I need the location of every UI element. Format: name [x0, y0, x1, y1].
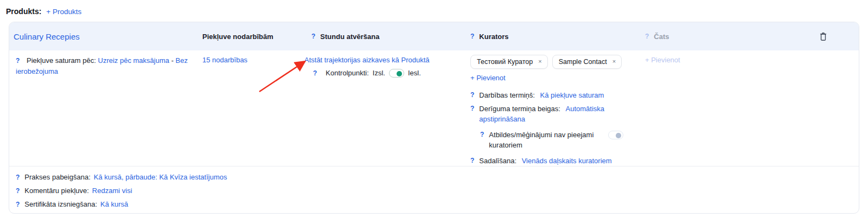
- lessons-count-link[interactable]: 15 nodarbības: [202, 56, 247, 64]
- setting-label: Atbildes/mēģinājumi nav pieejami kurator…: [489, 130, 607, 150]
- footer-label: Komentāru piekļuve:: [24, 185, 89, 196]
- column-label: Kurators: [479, 33, 508, 41]
- help-icon[interactable]: ?: [311, 33, 315, 40]
- add-product-button[interactable]: + Produkts: [46, 8, 81, 16]
- checkpoints-toggle[interactable]: [389, 69, 404, 78]
- footer-value-link[interactable]: Kā kursā, pārbaude: Kā Kvīza iestatījumo…: [94, 172, 227, 183]
- chat-cell: + Pievienot: [641, 55, 787, 66]
- card-header: Culinary Recepies Piekļuve nodarbībām ? …: [9, 22, 859, 50]
- page-header: Produkts: + Produkts: [6, 7, 81, 16]
- footer-value-link[interactable]: Redzami visi: [92, 185, 132, 196]
- column-label: Piekļuve nodarbībām: [202, 33, 273, 41]
- setting-label: Derīguma termiņa beigas:: [479, 105, 560, 113]
- curator-tag-label: Sample Contact: [559, 56, 607, 67]
- help-icon[interactable]: ?: [470, 104, 474, 114]
- setting-value-link[interactable]: Vienāds daļskaits kuratoriem: [522, 157, 612, 165]
- toggle-knob: [397, 71, 402, 76]
- curator-tags: Тестовий Куратор × Sample Contact ×: [470, 55, 641, 69]
- help-icon[interactable]: ?: [16, 199, 20, 210]
- column-label: Stundu atvēršana: [320, 33, 379, 41]
- toggle-knob: [616, 133, 621, 138]
- delete-product-button[interactable]: [817, 30, 829, 43]
- curator-setting-split: ? Sadalīšana: Vienāds daļskaits kuratori…: [470, 156, 641, 166]
- curator-setting-answers: ? Atbildes/mēģinājumi nav pieejami kurat…: [480, 130, 641, 150]
- answers-visibility-toggle[interactable]: [608, 131, 623, 139]
- footer-row-comments: ? Komentāru piekļuve: Redzami visi: [16, 185, 859, 196]
- setting-label: Sadalīšana:: [479, 157, 516, 165]
- separator: -: [171, 56, 174, 65]
- help-icon[interactable]: ?: [645, 33, 649, 40]
- footer-row-certificate: ? Sertifikāta izsniegšana: Kā kursā: [16, 199, 859, 210]
- products-label: Produkts:: [6, 7, 41, 16]
- help-icon[interactable]: ?: [470, 156, 474, 166]
- card-footer: ? Prakses pabeigšana: Kā kursā, pārbaude…: [9, 166, 859, 210]
- access-after-cell: ? Piekļuve saturam pēc: Uzreiz pēc maksā…: [14, 55, 202, 77]
- remove-tag-icon[interactable]: ×: [612, 59, 616, 65]
- footer-row-practice: ? Prakses pabeigšana: Kā kursā, pārbaude…: [16, 172, 859, 183]
- add-chat-link[interactable]: + Pievienot: [645, 56, 680, 64]
- payment-option-link[interactable]: Uzreiz pēc maksājuma: [98, 56, 170, 65]
- curator-setting-term: ? Darbības termiņš: Kā piekļuve saturam: [470, 90, 641, 100]
- add-curator-link[interactable]: + Pievienot: [470, 73, 506, 84]
- lessons-cell: 15 nodarbības: [202, 55, 303, 66]
- footer-value-link[interactable]: Kā kursā: [100, 199, 128, 210]
- trash-icon: [818, 31, 828, 42]
- column-label: Čats: [654, 33, 669, 41]
- curator-settings: ? Darbības termiņš: Kā piekļuve saturam …: [470, 90, 641, 166]
- setting-label: Darbības termiņš:: [479, 91, 535, 99]
- help-icon[interactable]: ?: [16, 57, 20, 65]
- help-icon[interactable]: ?: [470, 33, 474, 40]
- checkpoints-off-label: Izsl.: [373, 68, 385, 79]
- help-icon[interactable]: ?: [313, 68, 317, 79]
- column-header-access-lessons: Piekļuve nodarbībām: [202, 33, 303, 41]
- lesson-opening-cell: Atstāt trajektorijas aizkaves kā Produkt…: [303, 55, 466, 79]
- checkpoints-label: Kontrolpunkti:: [326, 68, 369, 79]
- footer-label: Sertifikāta izsniegšana:: [24, 199, 97, 210]
- remove-tag-icon[interactable]: ×: [538, 59, 541, 65]
- curator-tag: Sample Contact ×: [552, 55, 622, 69]
- column-header-curator: ? Kurators: [466, 33, 641, 41]
- column-header-chat: ? Čats: [641, 33, 787, 41]
- column-header-lesson-opening: ? Stundu atvēršana: [303, 33, 466, 41]
- help-icon[interactable]: ?: [480, 130, 484, 140]
- delete-product-cell: [787, 30, 859, 43]
- curator-tag: Тестовий Куратор ×: [470, 55, 548, 69]
- checkpoints-row: ? Kontrolpunkti: Izsl. Iesl.: [313, 68, 466, 79]
- access-after-label: Piekļuve saturam pēc:: [27, 56, 96, 65]
- setting-value-link[interactable]: Kā piekļuve saturam: [540, 91, 604, 99]
- product-title-link[interactable]: Culinary Recepies: [14, 32, 202, 41]
- card-body-row: ? Piekļuve saturam pēc: Uzreiz pēc maksā…: [9, 50, 859, 166]
- checkpoints-on-label: Iesl.: [408, 68, 421, 79]
- curator-cell: Тестовий Куратор × Sample Contact × + Pi…: [466, 55, 641, 169]
- footer-label: Prakses pabeigšana:: [24, 172, 90, 183]
- help-icon[interactable]: ?: [470, 90, 474, 100]
- curator-setting-expiry: ? Derīguma termiņa beigas: Automātiska a…: [470, 104, 641, 124]
- product-card: Culinary Recepies Piekļuve nodarbībām ? …: [9, 22, 859, 214]
- trajectory-delay-link[interactable]: Atstāt trajektorijas aizkaves kā Produkt…: [304, 56, 430, 64]
- curator-tag-label: Тестовий Куратор: [477, 56, 533, 67]
- help-icon[interactable]: ?: [16, 185, 20, 196]
- help-icon[interactable]: ?: [16, 172, 20, 183]
